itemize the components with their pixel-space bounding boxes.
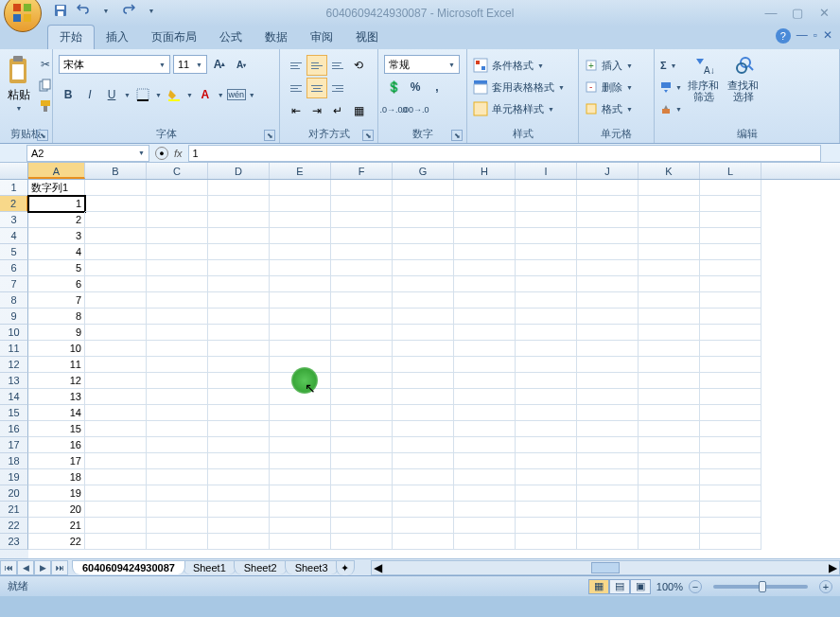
cell-H10[interactable] xyxy=(454,325,516,341)
tab-review[interactable]: 审阅 xyxy=(299,26,344,49)
col-header-F[interactable]: F xyxy=(331,163,393,179)
cell-I21[interactable] xyxy=(516,502,577,518)
cell-G6[interactable] xyxy=(393,260,454,276)
sheet-tab-3[interactable]: Sheet3 xyxy=(285,560,339,574)
cell-I8[interactable] xyxy=(516,292,577,308)
format-cells-button[interactable]: 格式▼ xyxy=(585,98,633,119)
restore-window[interactable]: ▫ xyxy=(814,28,817,44)
cell-G9[interactable] xyxy=(393,308,454,325)
cell-K9[interactable] xyxy=(639,308,700,325)
cell-J13[interactable] xyxy=(577,373,639,389)
cell-H22[interactable] xyxy=(454,518,516,534)
cell-J16[interactable] xyxy=(577,421,639,437)
cell-J3[interactable] xyxy=(577,212,639,228)
cell-K14[interactable] xyxy=(639,389,700,405)
tab-data[interactable]: 数据 xyxy=(254,26,299,49)
tab-view[interactable]: 视图 xyxy=(344,26,390,49)
cell-A8[interactable]: 7 xyxy=(28,292,85,308)
cell-C7[interactable] xyxy=(147,276,208,292)
row-header-22[interactable]: 22 xyxy=(0,518,28,534)
cell-C22[interactable] xyxy=(147,518,208,534)
cell-E1[interactable] xyxy=(270,180,331,196)
cell-B13[interactable] xyxy=(85,373,147,389)
cell-D23[interactable] xyxy=(208,534,270,550)
cell-K22[interactable] xyxy=(639,518,700,534)
cell-C13[interactable] xyxy=(147,373,208,389)
cell-A9[interactable]: 8 xyxy=(28,308,85,325)
row-header-15[interactable]: 15 xyxy=(0,405,28,421)
cell-C9[interactable] xyxy=(147,308,208,325)
cell-E16[interactable] xyxy=(270,421,331,437)
cell-D3[interactable] xyxy=(208,212,270,228)
cell-E8[interactable] xyxy=(270,292,331,308)
cell-A10[interactable]: 9 xyxy=(28,325,85,341)
cell-H4[interactable] xyxy=(454,228,516,244)
cell-H9[interactable] xyxy=(454,308,516,325)
format-painter-icon[interactable] xyxy=(36,97,55,115)
cell-G1[interactable] xyxy=(393,180,454,196)
sort-filter-button[interactable]: A↓Z 排序和 筛选 xyxy=(686,55,722,102)
cell-L12[interactable] xyxy=(700,357,761,373)
wrap-text[interactable]: ↵ xyxy=(327,100,348,121)
cell-K15[interactable] xyxy=(639,405,700,421)
cell-F1[interactable] xyxy=(331,180,393,196)
cell-H1[interactable] xyxy=(454,180,516,196)
comma-button[interactable]: , xyxy=(428,78,446,97)
cell-K2[interactable] xyxy=(639,196,700,212)
cell-H19[interactable] xyxy=(454,469,516,485)
save-icon[interactable] xyxy=(51,1,70,20)
row-header-16[interactable]: 16 xyxy=(0,421,28,437)
conditional-format-button[interactable]: 条件格式▼ xyxy=(473,55,544,76)
cell-I20[interactable] xyxy=(516,485,577,502)
cell-A17[interactable]: 16 xyxy=(28,437,85,453)
cell-J7[interactable] xyxy=(577,276,639,292)
cell-I5[interactable] xyxy=(516,244,577,260)
col-header-A[interactable]: A xyxy=(28,163,85,179)
cell-C19[interactable] xyxy=(147,469,208,485)
clipboard-launcher[interactable]: ⬊ xyxy=(37,130,48,141)
italic-button[interactable]: I xyxy=(80,85,99,104)
cell-E6[interactable] xyxy=(270,260,331,276)
cell-H23[interactable] xyxy=(454,534,516,550)
cell-J8[interactable] xyxy=(577,292,639,308)
col-header-B[interactable]: B xyxy=(85,163,147,179)
cell-I19[interactable] xyxy=(516,469,577,485)
row-header-14[interactable]: 14 xyxy=(0,389,28,405)
cell-K11[interactable] xyxy=(639,341,700,357)
cell-J5[interactable] xyxy=(577,244,639,260)
cell-J10[interactable] xyxy=(577,325,639,341)
sheet-nav-last[interactable]: ⏭ xyxy=(51,560,68,575)
cell-G5[interactable] xyxy=(393,244,454,260)
cell-E11[interactable] xyxy=(270,341,331,357)
insert-cells-button[interactable]: +插入▼ xyxy=(585,55,633,76)
cell-K5[interactable] xyxy=(639,244,700,260)
cell-J18[interactable] xyxy=(577,453,639,469)
help-icon[interactable]: ? xyxy=(776,28,791,44)
view-normal[interactable]: ▦ xyxy=(588,579,609,594)
decrease-decimal[interactable]: .00→.0 xyxy=(406,100,425,119)
zoom-in[interactable]: + xyxy=(819,580,832,593)
cell-J15[interactable] xyxy=(577,405,639,421)
cell-H21[interactable] xyxy=(454,502,516,518)
cell-G13[interactable] xyxy=(393,373,454,389)
cell-C4[interactable] xyxy=(147,228,208,244)
cell-F17[interactable] xyxy=(331,437,393,453)
cell-A13[interactable]: 12 xyxy=(28,373,85,389)
cell-F8[interactable] xyxy=(331,292,393,308)
cell-E12[interactable] xyxy=(270,357,331,373)
cell-L18[interactable] xyxy=(700,453,761,469)
cell-E2[interactable] xyxy=(270,196,331,212)
cell-D17[interactable] xyxy=(208,437,270,453)
minimize-button[interactable]: — xyxy=(762,4,779,21)
view-page-break[interactable]: ▣ xyxy=(630,579,651,594)
cell-D12[interactable] xyxy=(208,357,270,373)
row-header-9[interactable]: 9 xyxy=(0,308,28,325)
tab-formulas[interactable]: 公式 xyxy=(208,26,254,49)
cell-L10[interactable] xyxy=(700,325,761,341)
cell-A4[interactable]: 3 xyxy=(28,228,85,244)
cell-C5[interactable] xyxy=(147,244,208,260)
cell-I22[interactable] xyxy=(516,518,577,534)
cell-L8[interactable] xyxy=(700,292,761,308)
cell-E19[interactable] xyxy=(270,469,331,485)
cell-L2[interactable] xyxy=(700,196,761,212)
